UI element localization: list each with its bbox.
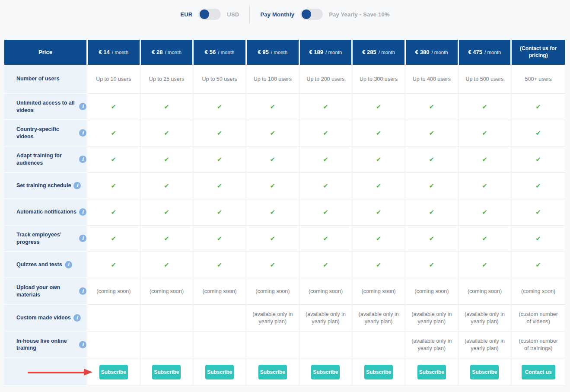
billing-period-toggle-knob [302, 10, 311, 19]
table-cell: Subscribe [88, 358, 141, 386]
check-icon: ✔ [376, 261, 382, 269]
cell-text: (coming soon) [96, 288, 131, 295]
info-icon[interactable]: i [79, 287, 86, 295]
table-cell: ✔ [406, 120, 459, 147]
table-cell: ✔ [512, 147, 565, 173]
check-icon: ✔ [376, 155, 382, 164]
plan-price-header: € 56/ month [194, 40, 247, 65]
info-icon[interactable]: i [79, 341, 86, 348]
table-cell: ✔ [512, 199, 565, 226]
table-cell: ✔ [194, 120, 247, 147]
table-cell: Up to 25 users [141, 65, 194, 94]
table-cell: ✔ [247, 173, 300, 199]
cell-text: Up to 200 users [306, 76, 344, 83]
check-icon: ✔ [270, 155, 276, 164]
check-icon: ✔ [429, 155, 435, 164]
info-icon[interactable]: i [79, 129, 86, 137]
currency-toggle-knob [200, 10, 209, 19]
table-cell: ✔ [141, 120, 194, 147]
table-cell: (coming soon) [247, 278, 300, 305]
check-icon: ✔ [164, 234, 169, 243]
cell-text: (coming soon) [255, 288, 290, 295]
subscribe-button[interactable]: Subscribe [470, 365, 499, 379]
table-cell: (available only in yearly plan) [300, 305, 353, 331]
table-cell: (custom number of videos) [512, 305, 565, 331]
cell-text: (coming soon) [203, 288, 237, 295]
table-cell: Contact us [512, 358, 565, 386]
cell-text: Up to 10 users [96, 76, 131, 83]
currency-toggle[interactable] [198, 9, 221, 20]
subscribe-button[interactable]: Subscribe [364, 365, 393, 379]
table-cell [247, 331, 300, 358]
table-cell: (available only in yearly plan) [406, 305, 459, 331]
table-cell: Subscribe [141, 358, 194, 386]
info-icon[interactable]: i [73, 182, 81, 189]
info-icon[interactable]: i [79, 103, 86, 110]
check-icon: ✔ [482, 261, 487, 269]
table-cell: ✔ [247, 252, 300, 278]
table-cell: (coming soon) [459, 278, 512, 305]
info-icon[interactable]: i [79, 235, 86, 242]
check-icon: ✔ [323, 208, 328, 217]
check-icon: ✔ [111, 234, 117, 243]
info-icon[interactable]: i [79, 208, 86, 216]
feature-row-label: Country-specific videosi [4, 120, 88, 147]
currency-usd-label: USD [227, 11, 239, 18]
check-icon: ✔ [270, 208, 276, 217]
table-cell: ✔ [459, 147, 512, 173]
table-cell: ✔ [194, 199, 247, 226]
contact-us-button[interactable]: Contact us [522, 365, 555, 379]
cell-text: Up to 300 users [360, 76, 398, 83]
check-icon: ✔ [535, 182, 541, 190]
billing-period-toggle[interactable] [300, 9, 323, 20]
info-icon[interactable]: i [73, 314, 81, 322]
check-icon: ✔ [429, 234, 435, 243]
plan-price-header: € 189/ month [300, 40, 353, 65]
subscribe-button[interactable]: Subscribe [311, 365, 340, 379]
table-cell: Up to 50 users [194, 65, 247, 94]
subscribe-button[interactable]: Subscribe [258, 365, 287, 379]
cell-text: (coming soon) [150, 288, 184, 295]
topbar-divider [249, 5, 250, 23]
subscribe-button[interactable]: Subscribe [152, 365, 181, 379]
check-icon: ✔ [217, 129, 223, 137]
table-cell: ✔ [247, 199, 300, 226]
check-icon: ✔ [270, 234, 276, 243]
table-cell: (coming soon) [88, 278, 141, 305]
table-cell: (coming soon) [353, 278, 406, 305]
plan-price-suffix: / month [112, 49, 128, 56]
info-icon[interactable]: i [65, 261, 72, 268]
table-cell: ✔ [88, 226, 141, 252]
check-icon: ✔ [270, 261, 276, 269]
table-cell: ✔ [247, 120, 300, 147]
check-icon: ✔ [482, 182, 487, 190]
pay-monthly-label: Pay Monthly [260, 11, 294, 18]
subscribe-button[interactable]: Subscribe [417, 365, 446, 379]
feature-label-text: Custom made videos [16, 314, 73, 321]
contact-pricing-header: (Contact us for pricing) [512, 40, 565, 65]
table-cell [300, 331, 353, 358]
check-icon: ✔ [164, 129, 169, 137]
table-cell: ✔ [459, 226, 512, 252]
check-icon: ✔ [376, 102, 382, 111]
check-icon: ✔ [217, 182, 223, 190]
table-cell: ✔ [141, 147, 194, 173]
feature-row-label: Track employees’ progressi [4, 226, 88, 252]
plan-price-header: € 475/ month [459, 40, 512, 65]
info-icon[interactable]: i [79, 156, 86, 163]
check-icon: ✔ [164, 208, 169, 217]
table-cell: ✔ [194, 173, 247, 199]
cell-text: (available only in yearly plan) [358, 311, 399, 325]
subscribe-button[interactable]: Subscribe [205, 365, 234, 379]
table-cell: ✔ [406, 199, 459, 226]
table-cell [88, 331, 141, 358]
currency-eur-label: EUR [180, 11, 192, 18]
pricing-table: Price€ 14/ month€ 28/ month€ 56/ month€ … [4, 40, 565, 386]
feature-label-text: Track employees’ progress [16, 231, 79, 245]
feature-row-label: In-house live online trainingi [4, 331, 88, 358]
table-cell [194, 305, 247, 331]
feature-label-text: In-house live online training [16, 338, 79, 352]
subscribe-button[interactable]: Subscribe [99, 365, 128, 379]
check-icon: ✔ [111, 261, 117, 269]
check-icon: ✔ [323, 182, 328, 190]
